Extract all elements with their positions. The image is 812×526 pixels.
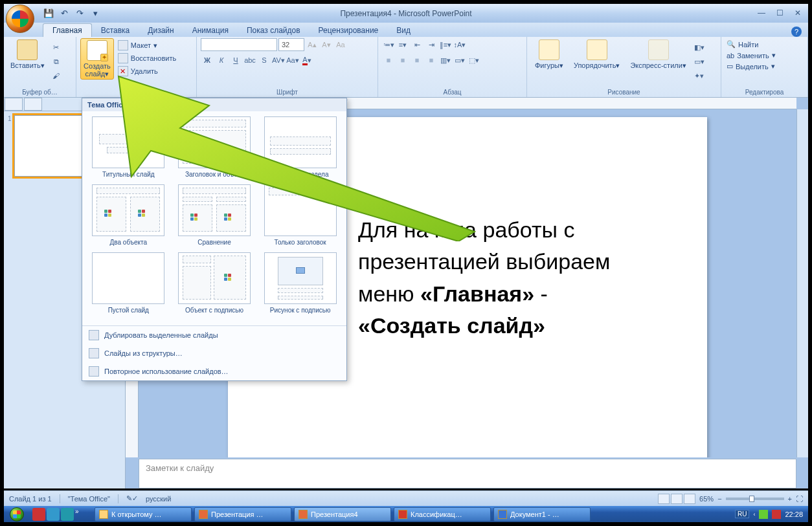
view-normal-button[interactable]: [658, 494, 670, 504]
justify-button[interactable]: ≡: [425, 54, 438, 67]
ql-item-4[interactable]: »: [75, 508, 88, 521]
duplicate-slides-cmd[interactable]: Дублировать выделенные слайды: [82, 326, 346, 344]
align-right-button[interactable]: ≡: [411, 54, 423, 67]
new-slide-button[interactable]: ✦ Создать слайд▾: [80, 38, 114, 80]
format-painter-button[interactable]: 🖌: [50, 69, 63, 82]
layout-picture-caption[interactable]: Рисунок с подписью: [259, 252, 341, 314]
close-button[interactable]: ✕: [791, 8, 804, 19]
layout-button[interactable]: Макет ▾: [117, 39, 177, 51]
smartart-button[interactable]: ⬚▾: [468, 54, 480, 67]
notes-pane[interactable]: Заметки к слайду: [139, 459, 796, 488]
status-spellcheck-icon[interactable]: ✎✓: [126, 494, 138, 503]
qat-more-icon[interactable]: ▾: [89, 8, 101, 19]
tray-icon-1[interactable]: [759, 510, 768, 519]
italic-button[interactable]: К: [215, 54, 228, 67]
task-item-4[interactable]: Документ1 - …: [493, 507, 591, 521]
cut-button[interactable]: ✂: [50, 41, 63, 54]
fit-to-window-button[interactable]: ⛶: [796, 495, 803, 503]
task-item-1[interactable]: Презентация …: [194, 507, 291, 521]
qat-redo-icon[interactable]: ↷: [74, 8, 85, 19]
task-item-3[interactable]: Классификац…: [394, 507, 491, 521]
maximize-button[interactable]: ☐: [773, 8, 786, 19]
strikethrough-button[interactable]: abc: [243, 54, 256, 67]
char-spacing-button[interactable]: AV▾: [272, 54, 285, 67]
layout-title-content[interactable]: Заголовок и объект: [174, 116, 256, 178]
select-button[interactable]: ▭Выделить ▾: [725, 61, 777, 71]
layout-blank[interactable]: Пустой слайд: [87, 252, 170, 314]
shrink-font-button[interactable]: A▾: [320, 38, 333, 51]
view-sorter-button[interactable]: [671, 494, 682, 504]
office-button[interactable]: [6, 5, 34, 33]
view-slideshow-button[interactable]: [684, 494, 695, 504]
paste-button[interactable]: Вставить▾: [8, 38, 47, 71]
start-button[interactable]: [4, 506, 30, 522]
quick-styles-button[interactable]: Экспресс-стили▾: [626, 38, 690, 71]
tray-icon-2[interactable]: [772, 510, 781, 519]
copy-button[interactable]: ⧉: [50, 55, 63, 68]
grow-font-button[interactable]: A▴: [306, 38, 319, 51]
ql-item-3[interactable]: [61, 508, 74, 521]
ql-item-2[interactable]: [47, 508, 60, 521]
language-indicator[interactable]: RU: [735, 510, 749, 518]
clock[interactable]: 22:28: [785, 510, 803, 518]
tab-animation[interactable]: Анимация: [183, 24, 238, 37]
numbering-button[interactable]: ≡▾: [396, 38, 409, 51]
indent-dec-button[interactable]: ⇤: [411, 38, 423, 51]
arrange-button[interactable]: Упорядочить▾: [570, 38, 624, 71]
task-item-2[interactable]: Презентация4: [294, 507, 391, 521]
font-color-button[interactable]: A▾: [300, 54, 313, 67]
shape-fill-button[interactable]: ◧▾: [693, 41, 706, 54]
layout-content-caption[interactable]: Объект с подписью: [174, 252, 256, 314]
task-item-0[interactable]: К открытому …: [95, 507, 192, 521]
layout-section-header[interactable]: Заголовок раздела: [259, 116, 341, 178]
font-family-combo[interactable]: [201, 38, 277, 51]
shape-outline-button[interactable]: ▭▾: [693, 55, 706, 68]
tab-review[interactable]: Рецензирование: [310, 24, 388, 37]
layout-two-content[interactable]: Два объекта: [87, 184, 170, 246]
font-size-combo[interactable]: 32: [278, 38, 304, 51]
line-spacing-button[interactable]: ‖≡▾: [439, 38, 452, 51]
bullets-button[interactable]: ≔▾: [382, 38, 395, 51]
change-case-button[interactable]: Aa: [334, 38, 347, 51]
help-button[interactable]: ?: [791, 27, 802, 37]
underline-button[interactable]: Ч: [229, 54, 242, 67]
replace-button[interactable]: abЗаменить ▾: [725, 50, 777, 60]
layout-title-only[interactable]: Только заголовок: [259, 184, 341, 246]
align-center-button[interactable]: ≡: [396, 54, 409, 67]
reset-button[interactable]: Восстановить: [117, 52, 177, 64]
qat-save-icon[interactable]: 💾: [43, 8, 54, 19]
tab-home[interactable]: Главная: [43, 23, 92, 37]
zoom-out-button[interactable]: −: [717, 495, 721, 503]
shadow-button[interactable]: S: [258, 54, 271, 67]
align-left-button[interactable]: ≡: [382, 54, 395, 67]
ql-item-1[interactable]: [32, 508, 45, 521]
delete-slide-button[interactable]: ✕Удалить: [117, 65, 177, 77]
outline-tab-outline[interactable]: [24, 98, 42, 111]
tab-slideshow[interactable]: Показ слайдов: [238, 24, 310, 37]
outline-tab-slides[interactable]: [5, 98, 23, 111]
reuse-slides-cmd[interactable]: Повторное использование слайдов…: [82, 362, 346, 380]
zoom-in-button[interactable]: +: [788, 495, 792, 503]
font-highlight-button[interactable]: Aa▾: [286, 54, 299, 67]
indent-inc-button[interactable]: ⇥: [425, 38, 438, 51]
bold-button[interactable]: Ж: [201, 54, 214, 67]
vertical-scrollbar[interactable]: [796, 109, 808, 457]
shape-effects-button[interactable]: ✦▾: [693, 69, 706, 82]
zoom-level[interactable]: 65%: [699, 495, 714, 503]
layout-title-slide[interactable]: Титульный слайд: [87, 116, 170, 178]
tray-expand-icon[interactable]: ‹: [753, 511, 755, 518]
columns-button[interactable]: ▥▾: [439, 54, 452, 67]
text-direction-button[interactable]: ↕A▾: [453, 38, 466, 51]
tab-insert[interactable]: Вставка: [92, 24, 139, 37]
slides-from-outline-cmd[interactable]: Слайды из структуры…: [82, 344, 346, 362]
status-language[interactable]: русский: [146, 495, 171, 503]
tab-view[interactable]: Вид: [387, 24, 420, 37]
zoom-slider[interactable]: [726, 498, 784, 500]
shapes-button[interactable]: Фигуры▾: [531, 38, 567, 71]
tab-design[interactable]: Дизайн: [139, 24, 183, 37]
qat-undo-icon[interactable]: ↶: [58, 8, 70, 19]
layout-comparison[interactable]: Сравнение: [174, 184, 256, 246]
find-button[interactable]: 🔍Найти: [725, 39, 777, 49]
minimize-button[interactable]: —: [755, 8, 768, 19]
align-text-button[interactable]: ▭▾: [453, 54, 466, 67]
